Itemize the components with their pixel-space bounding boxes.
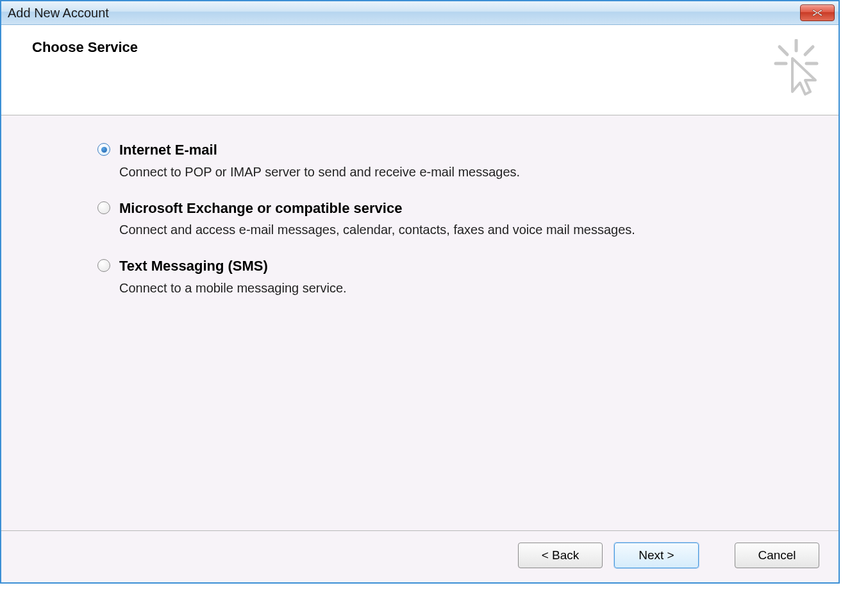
option-sms[interactable]: Text Messaging (SMS) Connect to a mobile…: [97, 257, 813, 296]
next-button[interactable]: Next >: [614, 543, 699, 568]
close-button[interactable]: [800, 4, 835, 21]
radio-sms[interactable]: [97, 259, 110, 272]
wizard-content: Internet E-mail Connect to POP or IMAP s…: [1, 115, 839, 530]
window-title: Add New Account: [8, 6, 109, 21]
option-description: Connect to a mobile messaging service.: [119, 280, 347, 296]
add-new-account-window: Add New Account Choose Service: [0, 0, 840, 584]
option-exchange[interactable]: Microsoft Exchange or compatible service…: [97, 199, 813, 239]
option-title: Microsoft Exchange or compatible service: [119, 199, 635, 218]
spacer: [710, 543, 723, 568]
wizard-header: Choose Service: [1, 25, 839, 115]
svg-line-1: [780, 47, 787, 55]
svg-line-2: [805, 47, 813, 55]
radio-exchange[interactable]: [97, 201, 110, 214]
back-button[interactable]: < Back: [518, 543, 603, 568]
option-internet-email[interactable]: Internet E-mail Connect to POP or IMAP s…: [97, 141, 813, 180]
option-title: Internet E-mail: [119, 141, 520, 160]
close-icon: [812, 9, 823, 17]
option-description: Connect to POP or IMAP server to send an…: [119, 164, 520, 180]
option-text: Microsoft Exchange or compatible service…: [119, 199, 635, 239]
option-title: Text Messaging (SMS): [119, 257, 347, 276]
cursor-click-icon: [773, 39, 819, 98]
radio-internet-email[interactable]: [97, 143, 110, 156]
page-title: Choose Service: [32, 39, 138, 56]
wizard-footer: < Back Next > Cancel: [1, 530, 839, 582]
option-description: Connect and access e-mail messages, cale…: [119, 221, 635, 238]
option-text: Text Messaging (SMS) Connect to a mobile…: [119, 257, 347, 296]
titlebar: Add New Account: [1, 1, 839, 25]
cancel-button[interactable]: Cancel: [735, 543, 819, 568]
option-text: Internet E-mail Connect to POP or IMAP s…: [119, 141, 520, 180]
